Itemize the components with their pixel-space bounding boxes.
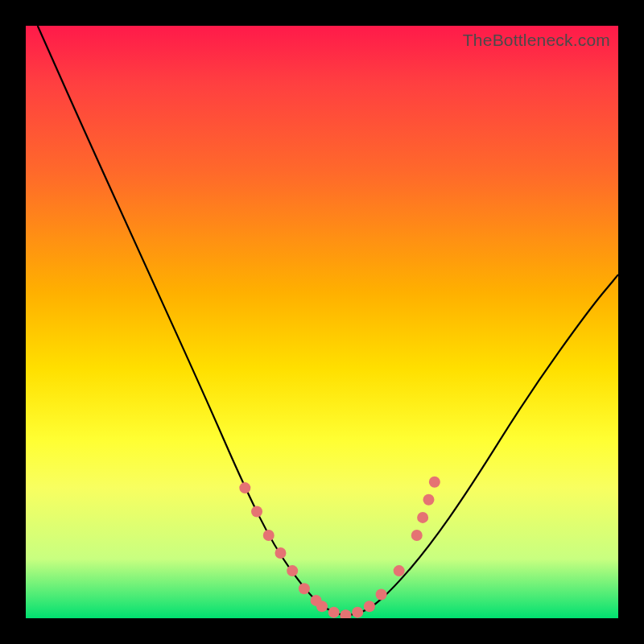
highlight-dot xyxy=(429,477,440,488)
highlight-dots xyxy=(239,477,440,618)
highlight-dot xyxy=(263,530,275,541)
highlight-dot xyxy=(417,512,428,523)
highlight-dot xyxy=(376,589,387,601)
highlight-dot xyxy=(340,609,351,618)
highlight-dot xyxy=(239,482,250,493)
highlight-dot xyxy=(287,565,298,576)
bottleneck-curve xyxy=(38,26,618,615)
highlight-dot xyxy=(411,530,423,541)
highlight-dot xyxy=(251,506,262,518)
highlight-dot xyxy=(316,601,328,612)
highlight-dot xyxy=(275,547,286,559)
chart-frame: TheBottleneck.com xyxy=(0,0,644,644)
highlight-dot xyxy=(423,494,434,506)
highlight-dot xyxy=(328,607,340,618)
highlight-dot xyxy=(364,601,375,612)
curve-layer xyxy=(26,26,618,618)
highlight-dot xyxy=(394,565,405,576)
highlight-dot xyxy=(299,583,310,594)
highlight-dot xyxy=(352,607,363,618)
plot-area: TheBottleneck.com xyxy=(26,26,618,618)
